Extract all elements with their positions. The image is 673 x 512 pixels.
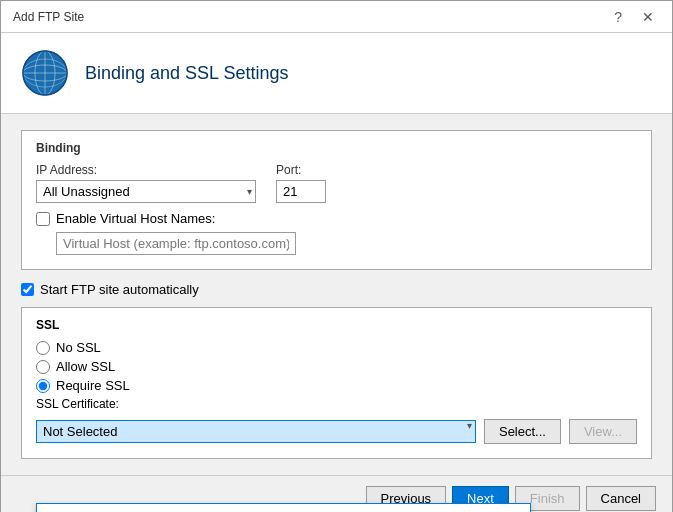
allow-ssl-label: Allow SSL (56, 359, 115, 374)
ip-address-label: IP Address: (36, 163, 256, 177)
require-ssl-radio[interactable] (36, 379, 50, 393)
cert-select[interactable]: Not Selected FTPCert (36, 420, 476, 443)
cert-select-wrapper: Not Selected FTPCert ▾ (36, 420, 476, 443)
require-ssl-row: Require SSL (36, 378, 637, 393)
close-button[interactable]: ✕ (636, 8, 660, 26)
dropdown-item-not-selected[interactable]: Not Selected (37, 504, 530, 512)
dialog: Add FTP Site ? ✕ Binding and SSL Setting… (0, 0, 673, 512)
autostart-checkbox[interactable] (21, 283, 34, 296)
virtual-host-checkbox[interactable] (36, 212, 50, 226)
globe-icon (21, 49, 69, 97)
title-bar-left: Add FTP Site (13, 10, 84, 24)
cert-dropdown-overlay: Not Selected FTPCert (36, 503, 531, 512)
ip-address-group: IP Address: All Unassigned ▾ (36, 163, 256, 203)
binding-form-row: IP Address: All Unassigned ▾ Port: 21 (36, 163, 637, 203)
title-bar-controls: ? ✕ (608, 8, 660, 26)
ssl-section-label: SSL (36, 318, 637, 332)
header-title: Binding and SSL Settings (85, 63, 288, 84)
port-input[interactable]: 21 (276, 180, 326, 203)
port-group: Port: 21 (276, 163, 326, 203)
help-button[interactable]: ? (608, 8, 628, 26)
binding-section-label: Binding (36, 141, 637, 155)
view-cert-button[interactable]: View... (569, 419, 637, 444)
require-ssl-label: Require SSL (56, 378, 130, 393)
ssl-section: SSL No SSL Allow SSL Require SSL SSL Cer… (21, 307, 652, 459)
ip-address-select-wrapper: All Unassigned ▾ (36, 180, 256, 203)
virtual-host-checkbox-row: Enable Virtual Host Names: (36, 211, 637, 226)
allow-ssl-radio[interactable] (36, 360, 50, 374)
virtual-host-input[interactable] (56, 232, 296, 255)
content-area: Binding IP Address: All Unassigned ▾ Por… (1, 114, 672, 475)
ssl-cert-label: SSL Certificate: (36, 397, 637, 411)
header: Binding and SSL Settings (1, 33, 672, 114)
port-label: Port: (276, 163, 326, 177)
select-cert-button[interactable]: Select... (484, 419, 561, 444)
dialog-title: Add FTP Site (13, 10, 84, 24)
no-ssl-radio[interactable] (36, 341, 50, 355)
allow-ssl-row: Allow SSL (36, 359, 637, 374)
autostart-row: Start FTP site automatically (21, 282, 652, 297)
virtual-host-input-row (36, 232, 637, 255)
virtual-host-label: Enable Virtual Host Names: (56, 211, 215, 226)
autostart-label: Start FTP site automatically (40, 282, 199, 297)
title-bar: Add FTP Site ? ✕ (1, 1, 672, 33)
cert-row: Not Selected FTPCert ▾ Select... View... (36, 419, 637, 444)
no-ssl-row: No SSL (36, 340, 637, 355)
ip-address-select[interactable]: All Unassigned (36, 180, 256, 203)
binding-section: Binding IP Address: All Unassigned ▾ Por… (21, 130, 652, 270)
cancel-button[interactable]: Cancel (586, 486, 656, 511)
no-ssl-label: No SSL (56, 340, 101, 355)
